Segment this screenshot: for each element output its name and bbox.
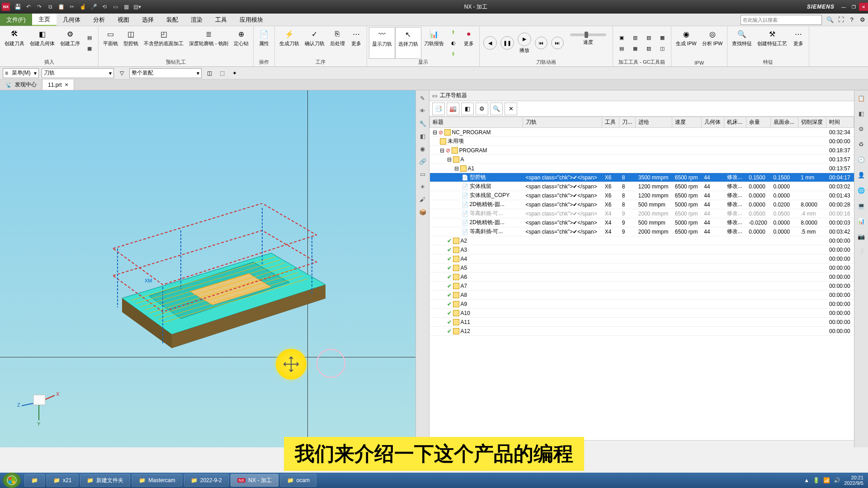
- nav-col-1[interactable]: 刀轨: [523, 117, 602, 128]
- table-row[interactable]: ⊟ ⊘NC_PROGRAM00:32:34: [430, 128, 854, 137]
- undo-icon[interactable]: ↶: [24, 3, 33, 11]
- taskbar-app-1[interactable]: 📁新建文件夹: [80, 474, 130, 487]
- nav-col-2[interactable]: 工具: [602, 117, 619, 128]
- tab-geometry[interactable]: 几何体: [57, 14, 87, 26]
- taskbar-app-3[interactable]: 📁2022-9-2: [184, 474, 229, 487]
- face-mill-button[interactable]: ▭平面铣: [100, 27, 121, 59]
- gc-btn-1[interactable]: ▣: [617, 33, 627, 42]
- tile-icon[interactable]: ▦: [122, 3, 130, 11]
- sel-tool-2[interactable]: ⬚: [217, 68, 227, 78]
- tab-analysis[interactable]: 分析: [87, 14, 111, 26]
- insert-small-1[interactable]: ▤: [85, 33, 94, 42]
- table-row[interactable]: 📄 等高斜插-可...<span class="chk">✔</span>X49…: [430, 209, 854, 218]
- vp-pen-icon[interactable]: ✎: [418, 93, 428, 103]
- redo-icon[interactable]: ↷: [35, 3, 43, 11]
- search-icon[interactable]: 🔍: [825, 14, 835, 26]
- vp-sun-icon[interactable]: ☀: [418, 182, 428, 192]
- tab-part-file[interactable]: 11.prt✕: [42, 80, 74, 90]
- nav-view-geometry[interactable]: ◧: [461, 103, 474, 115]
- table-row[interactable]: ⊟ A00:13:57: [430, 155, 854, 164]
- rb-web-icon[interactable]: 🌐: [856, 185, 866, 195]
- table-row[interactable]: ✔A1000:00:00: [430, 309, 854, 318]
- command-search[interactable]: [741, 15, 822, 25]
- drilling-button[interactable]: ⊕定心钻: [231, 27, 251, 59]
- anim-pause-button[interactable]: ❚❚: [500, 36, 514, 50]
- nav-col-7[interactable]: 机床...: [724, 117, 746, 128]
- generate-ipw-button[interactable]: ◉生成 IPW: [673, 27, 699, 60]
- nav-col-5[interactable]: 速度: [672, 117, 702, 128]
- gc-btn-2[interactable]: ▤: [617, 43, 627, 53]
- touch-icon[interactable]: ☝: [79, 3, 87, 11]
- tab-tools[interactable]: 工具: [209, 14, 233, 26]
- tab-file[interactable]: 文件(F): [0, 14, 32, 26]
- filter-assembly-dropdown[interactable]: 整个装配▾: [129, 68, 202, 78]
- nav-view-machine[interactable]: 🏭: [447, 103, 459, 115]
- start-button[interactable]: [3, 473, 21, 488]
- help-icon[interactable]: ?: [846, 14, 857, 26]
- table-row[interactable]: 📄 2D铣精铣-圆...<span class="chk">✔</span>X6…: [430, 200, 854, 209]
- rb-asm-icon[interactable]: ⚙: [856, 124, 866, 134]
- fullscreen-icon[interactable]: ⛶: [835, 14, 846, 26]
- properties-button[interactable]: 📄属性: [255, 27, 273, 59]
- vp-cube-icon[interactable]: ◧: [418, 131, 428, 141]
- table-row[interactable]: 📄 实体残留<span class="chk">✔</span>X681200 …: [430, 182, 854, 191]
- table-row[interactable]: ✔A200:00:00: [430, 236, 854, 245]
- depth-profile-button[interactable]: ≣深度轮廓铣 - 铣削: [186, 27, 231, 59]
- table-row[interactable]: ✔A700:00:00: [430, 282, 854, 291]
- minimize-button[interactable]: —: [839, 3, 848, 11]
- speed-slider[interactable]: [570, 33, 606, 36]
- table-row[interactable]: 📄 等高斜插-可...<span class="chk">✔</span>X49…: [430, 227, 854, 236]
- nav-view-close[interactable]: ✕: [505, 103, 517, 115]
- gc-btn-8[interactable]: ◫: [657, 43, 667, 53]
- nav-col-4[interactable]: 进给: [636, 117, 672, 128]
- close-icon[interactable]: ✕: [65, 82, 68, 87]
- create-feature-op-button[interactable]: ⚒创建特征工艺: [755, 27, 790, 59]
- nav-view-find[interactable]: 🔍: [490, 103, 503, 115]
- rb-cam-icon[interactable]: 📷: [856, 231, 866, 241]
- tab-home[interactable]: 主页: [32, 14, 57, 26]
- rb-help-icon[interactable]: ❔: [856, 247, 866, 257]
- graphics-viewport[interactable]: XM X Y Z: [0, 90, 416, 447]
- navigator-pin-icon[interactable]: ▭: [432, 93, 437, 99]
- op-more-button[interactable]: ⋯更多: [348, 27, 365, 59]
- tab-render[interactable]: 渲染: [184, 14, 209, 26]
- anim-play-button[interactable]: ▶: [518, 33, 531, 46]
- vp-sphere-icon[interactable]: ◉: [418, 144, 428, 154]
- display-small-3[interactable]: ⬇: [448, 49, 458, 59]
- vp-brush-icon[interactable]: 🖌: [418, 194, 428, 204]
- table-row[interactable]: ⊟ A100:13:57: [430, 164, 854, 173]
- table-row[interactable]: ✔A1100:00:00: [430, 318, 854, 327]
- table-row[interactable]: ✔A800:00:00: [430, 291, 854, 300]
- cavity-mill-button[interactable]: ◫型腔铣: [121, 27, 141, 59]
- anim-step-fwd-button[interactable]: ⏭: [551, 37, 564, 49]
- create-geometry-button[interactable]: ◧创建几何体: [27, 27, 57, 59]
- sel-tool-3[interactable]: ✦: [230, 68, 240, 78]
- tray-icon-1[interactable]: ▲: [804, 477, 809, 483]
- nav-col-3[interactable]: 刀...: [619, 117, 636, 128]
- table-row[interactable]: ✔A900:00:00: [430, 300, 854, 309]
- rb-hist-icon[interactable]: 🕘: [856, 155, 866, 164]
- nav-col-8[interactable]: 余量: [746, 117, 770, 128]
- analyze-ipw-button[interactable]: ◎分析 IPW: [699, 27, 726, 60]
- table-row[interactable]: ✔A300:00:00: [430, 245, 854, 254]
- table-row[interactable]: ✔A1200:00:00: [430, 327, 854, 336]
- tab-select[interactable]: 选择: [136, 14, 160, 26]
- rb-reuse-icon[interactable]: ♻: [856, 139, 866, 149]
- filter-toolpath-dropdown[interactable]: 刀轨▾: [42, 68, 114, 78]
- nav-col-6[interactable]: 几何体: [701, 117, 724, 128]
- tray-icon-3[interactable]: 📶: [823, 477, 830, 483]
- tray-icon-4[interactable]: 🔊: [834, 477, 840, 483]
- table-row[interactable]: 📄 型腔铣<span class="chk">✔</span>X683500 m…: [430, 173, 854, 182]
- table-row[interactable]: ⊟ ⊘PROGRAM00:18:37: [430, 146, 854, 155]
- taskbar-app-5[interactable]: 📁ocam: [280, 474, 316, 487]
- view-triad[interactable]: X Y Z: [16, 380, 61, 425]
- taskbar-clock[interactable]: 20:21 2022/9/5: [844, 475, 863, 486]
- find-feature-button[interactable]: 🔍查找特征: [729, 27, 755, 59]
- rb-sys-icon[interactable]: 💻: [856, 201, 866, 211]
- mic-icon[interactable]: 🎤: [90, 3, 98, 11]
- tab-discovery[interactable]: 📡 发现中心: [0, 80, 42, 90]
- select-path-button[interactable]: ↖选择刀轨: [395, 27, 421, 59]
- paste-icon[interactable]: 📋: [57, 3, 65, 11]
- gc-btn-7[interactable]: ▩: [657, 33, 667, 42]
- table-row[interactable]: 未用项00:00:00: [430, 137, 854, 146]
